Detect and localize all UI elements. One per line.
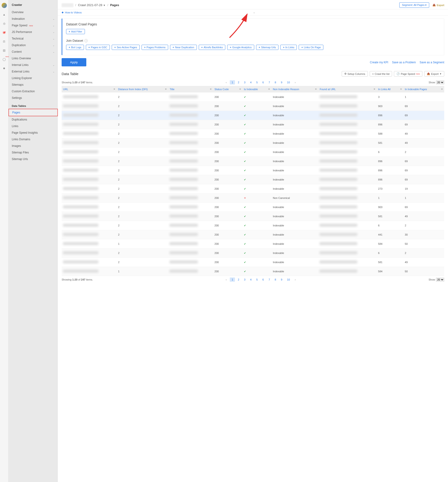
pager-page[interactable]: 5 bbox=[254, 277, 260, 282]
sidebar-item[interactable]: Technical⌄ bbox=[8, 35, 58, 42]
pager-page[interactable]: 4 bbox=[248, 80, 253, 84]
sidebar-item[interactable]: JS Performance⌄ bbox=[8, 29, 58, 35]
inlinks-cell[interactable]: 896 bbox=[377, 175, 404, 184]
table-row[interactable]: 2200✔Indexable89669 bbox=[62, 166, 444, 175]
inlinks-cell[interactable]: 273 bbox=[377, 184, 404, 193]
per-page-select[interactable]: Show 20 bbox=[428, 80, 444, 84]
table-row[interactable]: 1200✔Indexable58450 bbox=[62, 267, 444, 276]
pager-page[interactable]: 10 bbox=[285, 80, 292, 84]
remove-column-icon[interactable]: ✕ bbox=[165, 88, 167, 90]
sidebar-item[interactable]: Links bbox=[8, 123, 58, 129]
breadcrumb-crawl[interactable]: Crawl 2021-07-28 ▼ bbox=[78, 3, 106, 7]
sidebar-item[interactable]: Sitemap Files bbox=[8, 149, 58, 156]
pagespeed-button[interactable]: 🕑 Page Speed new bbox=[394, 71, 422, 76]
inlinks-cell[interactable]: 581 bbox=[377, 258, 404, 267]
pager-page[interactable]: 3 bbox=[242, 80, 247, 84]
pager-page[interactable]: » bbox=[293, 80, 298, 84]
pager-page[interactable]: 9 bbox=[279, 277, 284, 282]
join-chip[interactable]: +Seo Active Pages bbox=[112, 45, 140, 50]
inlinks-cell[interactable]: 896 bbox=[377, 120, 404, 129]
sidebar-item[interactable]: Links Domains bbox=[8, 136, 58, 143]
remove-column-icon[interactable]: ✕ bbox=[239, 88, 241, 90]
join-chip[interactable]: +Ahrefs Backlinks bbox=[199, 45, 226, 50]
pager-page[interactable]: 4 bbox=[248, 277, 253, 282]
log-icon[interactable]: ▤ bbox=[2, 48, 7, 53]
setup-columns-button[interactable]: ⚙ Setup Columns bbox=[342, 71, 368, 76]
info-icon[interactable]: i bbox=[84, 39, 88, 42]
table-row[interactable]: 2200✔Indexable89669 bbox=[62, 157, 444, 166]
table-row[interactable]: 2200✔Indexable62 bbox=[62, 249, 444, 258]
table-row[interactable]: 2200✔Indexable27319 bbox=[62, 184, 444, 193]
join-chip[interactable]: +In Links bbox=[280, 45, 297, 50]
sidebar-item[interactable]: Linking Explorer bbox=[8, 75, 58, 81]
join-chip[interactable]: +Sitemap Urls bbox=[256, 45, 278, 50]
octopus-icon[interactable]: 🐙 bbox=[2, 30, 7, 35]
pager-page[interactable]: 5 bbox=[254, 80, 260, 84]
apply-button[interactable]: Apply bbox=[62, 58, 86, 66]
crawl-list-button[interactable]: + Crawl the list bbox=[370, 71, 392, 76]
inlinks-cell[interactable]: 896 bbox=[377, 157, 404, 166]
inlinks-cell[interactable]: 1 bbox=[377, 193, 404, 203]
pager-page[interactable]: 10 bbox=[285, 277, 292, 282]
column-header[interactable]: Found at URL✕ bbox=[318, 86, 377, 92]
inlinks-cell[interactable]: 6 bbox=[377, 221, 404, 230]
sidebar-item[interactable]: Internal Links⌄ bbox=[8, 62, 58, 68]
inlinks-cell[interactable]: 441 bbox=[377, 230, 404, 239]
inlinks-cell[interactable]: 903 bbox=[377, 102, 404, 111]
per-page-select-bottom[interactable]: Show 20 bbox=[428, 278, 444, 281]
sidebar-item[interactable]: Duplications bbox=[8, 116, 58, 123]
pager-page[interactable]: 7 bbox=[267, 277, 272, 282]
inlinks-cell[interactable]: 3 bbox=[377, 92, 404, 102]
table-row[interactable]: 2200✔Indexable62 bbox=[62, 221, 444, 230]
inlinks-cell[interactable]: 584 bbox=[377, 239, 404, 249]
table-row[interactable]: 1200✔Indexable58450 bbox=[62, 239, 444, 249]
sidebar-item[interactable]: Settings bbox=[8, 95, 58, 101]
table-row[interactable]: 2200✔Indexable31 bbox=[62, 92, 444, 102]
sidebar-item[interactable]: Custom Extraction bbox=[8, 88, 58, 95]
remove-column-icon[interactable]: ✕ bbox=[113, 88, 115, 90]
join-chip[interactable]: +Near Duplication bbox=[170, 45, 197, 50]
table-row[interactable]: 2200✔Indexable58849 bbox=[62, 129, 444, 138]
profile-icon[interactable]: ☻ bbox=[2, 66, 7, 71]
inlinks-cell[interactable]: 588 bbox=[377, 129, 404, 138]
export-top-link[interactable]: 📤 Export bbox=[432, 4, 444, 7]
table-row[interactable]: 2200✔Indexable58149 bbox=[62, 258, 444, 267]
pager-page[interactable]: 9 bbox=[279, 80, 284, 84]
column-header[interactable]: In Links All✕ bbox=[377, 86, 404, 92]
table-row[interactable]: 2200✔Indexable89669 bbox=[62, 175, 444, 184]
bulb-gear-icon[interactable]: ◎ bbox=[2, 21, 7, 26]
pager-page[interactable]: 2 bbox=[236, 80, 241, 84]
pager-page[interactable]: 7 bbox=[267, 80, 272, 84]
sidebar-item[interactable]: Sitemap Urls bbox=[8, 156, 58, 162]
sidebar-item[interactable]: Content⌄ bbox=[8, 48, 58, 55]
table-row[interactable]: 2200✔Indexable90369 bbox=[62, 102, 444, 111]
sidebar-item[interactable]: Indexation⌄ bbox=[8, 16, 58, 22]
segment-button[interactable]: Segment: All Pages ▾ bbox=[399, 2, 429, 8]
sidebar-item[interactable]: Pages bbox=[8, 109, 58, 116]
inlinks-cell[interactable]: 896 bbox=[377, 166, 404, 175]
pager-page[interactable]: 6 bbox=[260, 80, 266, 84]
app-logo-icon[interactable] bbox=[2, 3, 7, 8]
sidebar-item[interactable]: Overview bbox=[8, 9, 58, 16]
sidebar-item[interactable]: Duplication⌄ bbox=[8, 42, 58, 48]
column-header[interactable]: Non Indexable Reason✕ bbox=[271, 86, 318, 92]
sidebar-item[interactable]: Page Speed Insights bbox=[8, 129, 58, 136]
remove-column-icon[interactable]: ✕ bbox=[373, 88, 375, 90]
table-row[interactable]: 2200✔Indexable58149 bbox=[62, 138, 444, 148]
column-header[interactable]: Status Code✕ bbox=[213, 86, 243, 92]
sidebar-item[interactable]: Images bbox=[8, 143, 58, 149]
inlinks-cell[interactable]: 903 bbox=[377, 203, 404, 212]
per-page-dropdown-bottom[interactable]: 20 bbox=[436, 278, 444, 281]
table-row[interactable]: 2200✔Indexable58149 bbox=[62, 212, 444, 221]
action-link[interactable]: Save as a Problem bbox=[392, 61, 416, 64]
pager-page[interactable]: 2 bbox=[236, 277, 241, 282]
pager-page[interactable]: 1 bbox=[230, 80, 235, 84]
action-link[interactable]: Create my KPI bbox=[370, 61, 388, 64]
join-chip[interactable]: +Pages in GSC bbox=[86, 45, 110, 50]
action-link[interactable]: Save as a Segment bbox=[420, 61, 444, 64]
join-chip[interactable]: +Pages Problems bbox=[141, 45, 168, 50]
join-chip[interactable]: +Links On Page bbox=[299, 45, 323, 50]
table-row[interactable]: 2200✔Indexable62 bbox=[62, 148, 444, 157]
remove-column-icon[interactable]: ✕ bbox=[268, 88, 270, 90]
join-chip[interactable]: +Google Analytics bbox=[227, 45, 254, 50]
